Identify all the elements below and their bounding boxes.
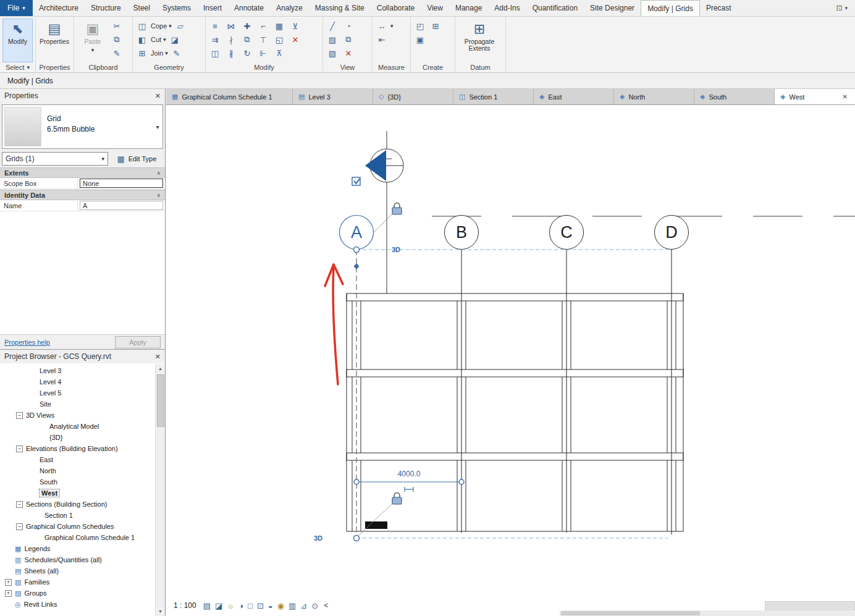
remove-hidden-lines-icon[interactable]: ▧ (326, 47, 339, 59)
copy-to-clipboard-icon[interactable]: ⧉ (110, 33, 124, 46)
grid-end-grip-bottom[interactable] (354, 536, 360, 541)
create-assembly-icon[interactable]: ⊞ (429, 20, 442, 32)
elevation-marker-checkbox[interactable] (352, 177, 360, 185)
temporary-dimension[interactable]: 4000.0 (354, 470, 464, 492)
propagate-extents-button[interactable]: ⊞ Propagate Extents (458, 19, 501, 62)
section-identity-data[interactable]: Identity Data ∧ (0, 190, 165, 200)
cope-button[interactable]: ◫ Cope ▾ ▱ (135, 20, 187, 32)
lock-constraint-bottom[interactable] (392, 493, 402, 505)
tree-item-analytical-model[interactable]: Analytical Model (0, 421, 154, 432)
tab-massing-site[interactable]: Massing & Site (309, 0, 371, 16)
grid-end-grip-top[interactable] (354, 247, 360, 253)
tab-architecture[interactable]: Architecture (33, 0, 85, 16)
tree-item-level-4[interactable]: Level 4 (0, 376, 154, 387)
apply-button[interactable]: Apply (115, 336, 161, 348)
view-tab-east[interactable]: ◈ East (534, 89, 614, 104)
tab-systems[interactable]: Systems (156, 0, 197, 16)
grid-drag-grip[interactable] (354, 263, 360, 269)
tree-item-sections[interactable]: −Sections (Building Section) (0, 499, 154, 510)
array-icon[interactable]: ▦ (272, 20, 286, 32)
mirror-draw-axis-icon[interactable]: ⋈ (224, 20, 238, 32)
tree-item-legends[interactable]: ▦Legends (0, 543, 154, 554)
pin-icon[interactable]: ⊼ (272, 47, 286, 59)
filled-wall-segment[interactable] (365, 521, 387, 529)
aligned-dimension-button[interactable]: ⇤ (375, 33, 394, 46)
tab-annotate[interactable]: Annotate (228, 0, 270, 16)
lock-constraint-top[interactable] (392, 203, 402, 215)
tree-item-south[interactable]: South (0, 476, 154, 487)
collapse-toggle-icon[interactable]: − (16, 501, 23, 508)
view-tab-gcs-1[interactable]: ▦ Graphical Column Schedule 1 (166, 89, 293, 104)
properties-toggle-button[interactable]: ▤ Properties (38, 19, 70, 62)
dimension-grip-right[interactable] (459, 479, 464, 484)
paint-icon[interactable]: ✎ (170, 47, 183, 59)
vcb-expand-icon[interactable]: < (324, 601, 328, 610)
view-tab-section-1[interactable]: ◫ Section 1 (453, 89, 534, 104)
tree-item-level-5[interactable]: Level 5 (0, 387, 154, 399)
west-elevation-drawing[interactable]: B C D 3D 3D (166, 105, 855, 616)
tab-add-ins[interactable]: Add-Ins (488, 0, 526, 16)
tab-view[interactable]: View (421, 0, 449, 16)
thin-lines-icon[interactable]: ╱ (326, 20, 339, 32)
section-identity-collapse-icon[interactable]: ∧ (156, 192, 161, 198)
rotate-icon[interactable]: ↻ (240, 47, 254, 59)
scroll-up-icon[interactable]: ▲ (156, 364, 165, 373)
tree-item-gcs-1[interactable]: Graphical Column Schedule 1 (0, 532, 154, 543)
view-tab-north[interactable]: ◈ North (614, 89, 694, 104)
view-tab-close-icon[interactable]: ✕ (841, 93, 849, 100)
copy-icon[interactable]: ⧉ (240, 33, 254, 46)
show-analytical-model-icon[interactable]: ⊿ (300, 601, 307, 610)
horizontal-scrollbar[interactable] (560, 610, 855, 616)
shadows-icon[interactable]: ◑ (238, 601, 243, 610)
cut-to-clipboard-icon[interactable]: ✂ (110, 20, 124, 32)
tree-item-north[interactable]: North (0, 465, 154, 476)
split-with-gap-icon[interactable]: ∦ (224, 47, 238, 59)
trim-extend-multiple-icon[interactable]: ⊩ (256, 47, 270, 59)
edit-type-button[interactable]: ▦ Edit Type (110, 152, 163, 166)
tab-structure[interactable]: Structure (85, 0, 127, 16)
tab-steel[interactable]: Steel (127, 0, 156, 16)
wall-opening-icon[interactable]: ▱ (174, 20, 187, 32)
section-extents[interactable]: Extents ∧ (0, 167, 165, 178)
floor-band-mid[interactable] (347, 369, 683, 377)
selection-filter-dropdown[interactable]: Grids (1) ▾ (2, 152, 108, 166)
unpin-icon[interactable]: ⊻ (289, 20, 302, 32)
tree-item-3d-views[interactable]: −3D Views (0, 410, 154, 421)
extent-3d-label-top[interactable]: 3D (392, 246, 400, 253)
horizontal-scroll-thumb[interactable] (561, 611, 700, 615)
name-value[interactable]: A (80, 201, 163, 210)
show-crop-region-icon[interactable]: ⊡ (257, 601, 264, 610)
offset-icon[interactable]: ⇉ (208, 33, 222, 46)
building-elevation[interactable] (347, 293, 683, 531)
mirror-pick-axis-icon[interactable]: ◫ (208, 47, 222, 59)
tab-quantification[interactable]: Quantification (526, 0, 584, 16)
crop-view-icon[interactable]: □ (248, 601, 253, 610)
collapse-toggle-icon[interactable]: − (16, 445, 23, 452)
cut-profile-icon[interactable]: ◔ (342, 20, 355, 32)
temporary-view-properties-icon[interactable]: ▥ (289, 601, 296, 610)
tab-collaborate[interactable]: Collaborate (371, 0, 421, 16)
tree-item-west[interactable]: West (0, 487, 154, 499)
split-element-icon[interactable]: ∤ (224, 33, 238, 46)
switch-windows-icon[interactable]: ⧉ (342, 33, 355, 46)
tab-manage[interactable]: Manage (449, 0, 488, 16)
cut-geometry-button[interactable]: ◧ Cut ▾ ◪ (135, 33, 187, 46)
properties-close-icon[interactable]: ✕ (155, 92, 161, 100)
dimension-value[interactable]: 4000.0 (398, 470, 421, 478)
modify-button[interactable]: ⬉ Modify (2, 19, 33, 62)
tree-item-gcs-folder[interactable]: −Graphical Column Schedules (0, 521, 154, 532)
show-hidden-lines-icon[interactable]: ▨ (326, 33, 339, 46)
tree-item-sheets[interactable]: ▤Sheets (all) (0, 565, 154, 576)
scroll-down-icon[interactable]: ▼ (156, 607, 165, 616)
scale-icon[interactable]: ◱ (272, 33, 286, 46)
tree-item-section-1[interactable]: Section 1 (0, 510, 154, 521)
expand-toggle-icon[interactable]: + (5, 590, 12, 597)
match-type-icon[interactable]: ✎ (110, 47, 124, 59)
floor-band-low[interactable] (347, 453, 683, 460)
tree-item-3d[interactable]: {3D} (0, 432, 154, 443)
tab-analyze[interactable]: Analyze (270, 0, 309, 16)
join-button[interactable]: ⊞ Join ▾ ✎ (135, 47, 187, 59)
align-icon[interactable]: ≡ (208, 20, 222, 32)
scroll-thumb[interactable] (157, 374, 164, 427)
delete-icon[interactable]: ✕ (289, 33, 302, 46)
